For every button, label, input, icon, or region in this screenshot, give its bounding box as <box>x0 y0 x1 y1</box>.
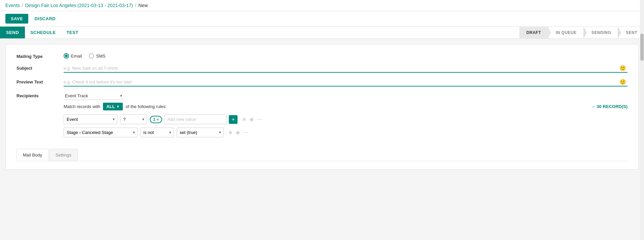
pipeline: DRAFT IN QUEUE SENDING SENT <box>520 27 644 38</box>
mailing-type-field: Email SMS <box>64 53 628 59</box>
breadcrumb-event-link[interactable]: Design Fair Los Angeles (2021-03-13 - 20… <box>25 3 133 8</box>
email-radio-label: Email <box>71 54 82 59</box>
pipeline-inqueue[interactable]: IN QUEUE <box>548 27 583 38</box>
tab-settings[interactable]: Settings <box>49 149 78 161</box>
rule1-add-value-input[interactable] <box>164 114 227 124</box>
sms-radio-option[interactable]: SMS <box>89 53 106 59</box>
subject-emoji-icon[interactable]: 🙂 <box>619 65 626 71</box>
scrollbar-thumb[interactable] <box>640 34 644 61</box>
rule2-actions: ✕ ⊕ ⋯ <box>228 129 249 136</box>
tab-mail-body[interactable]: Mail Body <box>16 149 48 161</box>
email-radio-circle <box>64 53 69 59</box>
schedule-button[interactable]: SCHEDULE <box>25 27 61 38</box>
rule2-value-wrapper: set (true) ▼ <box>177 128 224 137</box>
rule1-field-wrapper: Event ▼ <box>64 114 117 124</box>
rule1-operator-wrapper: ? ▼ <box>120 114 147 124</box>
email-radio-option[interactable]: Email <box>64 53 82 59</box>
preview-text-row: Preview Text 🙂 <box>16 78 628 87</box>
rule2-remove-button[interactable]: ✕ <box>228 129 233 136</box>
rule1-actions: ✕ ⊕ ⋯ <box>242 116 262 123</box>
rule-row-2: Stage › Canceled Stage ▼ is not ▼ <box>64 128 628 137</box>
main-content: Mailing Type Email SMS Subject 🙂 <box>0 39 644 175</box>
preview-text-input[interactable] <box>64 78 628 86</box>
tabs-bar: Mail Body Settings <box>16 149 628 161</box>
sms-radio-label: SMS <box>96 54 106 59</box>
rule1-remove-button[interactable]: ✕ <box>242 116 247 123</box>
rule2-more-button[interactable]: ⋯ <box>243 129 249 136</box>
status-bar-left: SEND SCHEDULE TEST <box>0 27 520 38</box>
match-text: Match records with <box>64 104 100 109</box>
rule1-chip[interactable]: 1 × <box>150 116 162 123</box>
subject-input-wrapper: 🙂 <box>64 64 628 73</box>
recipients-select-wrapper: Event Track Mailing List Contacts ▼ <box>64 92 124 100</box>
mailing-type-label: Mailing Type <box>16 53 64 59</box>
action-bar: SAVE DISCARD <box>0 11 644 27</box>
preview-emoji-icon[interactable]: 🙂 <box>619 79 626 85</box>
chip-remove-icon[interactable]: × <box>157 117 159 122</box>
preview-text-input-wrapper: 🙂 <box>64 78 628 87</box>
all-button[interactable]: ALL ▼ <box>103 103 123 110</box>
breadcrumb-events-link[interactable]: Events <box>5 3 20 8</box>
chip-label: 1 <box>153 117 155 122</box>
breadcrumb-sep-1: / <box>22 3 23 8</box>
status-bar: SEND SCHEDULE TEST DRAFT IN QUEUE SENDIN… <box>0 27 644 39</box>
records-link[interactable]: → 30 RECORD(S) <box>591 104 628 109</box>
subject-field: 🙂 <box>64 64 628 73</box>
of-text: of the following rules: <box>126 104 167 109</box>
rule1-operator-select[interactable]: ? <box>120 114 147 124</box>
save-button[interactable]: SAVE <box>5 14 28 24</box>
preview-text-label: Preview Text <box>16 78 64 84</box>
rule2-operator-select[interactable]: is not <box>140 128 174 137</box>
discard-button[interactable]: DISCARD <box>31 14 59 24</box>
mailing-type-row: Mailing Type Email SMS <box>16 53 628 59</box>
rule2-add-rule-button[interactable]: ⊕ <box>235 129 241 136</box>
pipeline-sending[interactable]: SENDING <box>583 27 618 38</box>
preview-text-field: 🙂 <box>64 78 628 87</box>
scrollbar-track[interactable] <box>640 0 644 175</box>
rules-header: Match records with ALL ▼ of the followin… <box>64 103 628 110</box>
recipients-select[interactable]: Event Track Mailing List Contacts <box>64 92 124 100</box>
rule1-add-button[interactable]: + <box>229 115 238 124</box>
rule2-field-select[interactable]: Stage › Canceled Stage <box>64 128 138 137</box>
sms-radio-circle <box>89 53 94 59</box>
rule2-operator-wrapper: is not ▼ <box>140 128 174 137</box>
breadcrumb-sep-2: / <box>135 3 136 8</box>
rule1-add-rule-button[interactable]: ⊕ <box>249 116 254 123</box>
all-chevron-icon: ▼ <box>116 105 119 108</box>
subject-label: Subject <box>16 64 64 71</box>
test-button[interactable]: TEST <box>61 27 84 38</box>
rule2-value-select[interactable]: set (true) <box>177 128 224 137</box>
form-card: Mailing Type Email SMS Subject 🙂 <box>5 44 639 170</box>
subject-input[interactable] <box>64 64 628 72</box>
subject-row: Subject 🙂 <box>16 64 628 73</box>
rule-row-1: Event ▼ ? ▼ 1 <box>64 114 628 124</box>
rule1-field-select[interactable]: Event <box>64 114 117 124</box>
rules-section: Match records with ALL ▼ of the followin… <box>64 103 628 137</box>
rule1-more-button[interactable]: ⋯ <box>256 116 262 123</box>
send-button[interactable]: SEND <box>0 27 25 38</box>
recipients-label: Recipients <box>16 92 64 98</box>
rule2-field-wrapper: Stage › Canceled Stage ▼ <box>64 128 138 137</box>
records-arrow-icon: → <box>591 104 595 109</box>
pipeline-draft[interactable]: DRAFT <box>520 27 548 38</box>
breadcrumb: Events / Design Fair Los Angeles (2021-0… <box>0 0 644 11</box>
rule1-value-area: 1 × + <box>150 114 238 124</box>
recipients-field: Event Track Mailing List Contacts ▼ Matc… <box>64 92 628 141</box>
recipients-row: Recipients Event Track Mailing List Cont… <box>16 92 628 141</box>
breadcrumb-new: New <box>138 3 148 8</box>
